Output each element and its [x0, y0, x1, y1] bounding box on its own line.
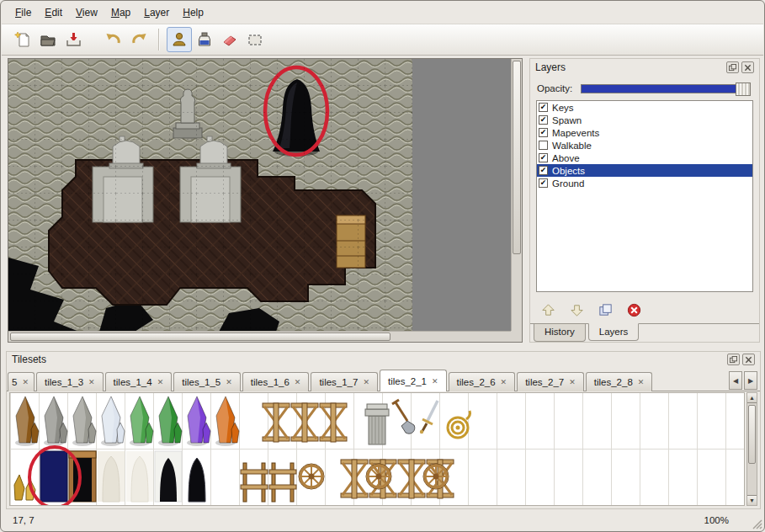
layers-float-button[interactable] [726, 61, 739, 73]
layer-checkbox[interactable]: ✔ [539, 103, 548, 112]
layer-name: Mapevents [552, 128, 599, 138]
tab-close-icon[interactable]: ✕ [157, 378, 164, 386]
tileset-scroll-up-button[interactable]: ▲ [747, 393, 757, 403]
tile-wagon-wheel[interactable] [299, 464, 324, 489]
tile-grid-overlay [8, 59, 412, 332]
layer-row-walkable[interactable]: ✔ Walkable [537, 139, 752, 152]
tileset-tab-tiles_1_7[interactable]: tiles_1_7 ✕ [311, 372, 378, 391]
new-map-button[interactable] [10, 27, 35, 52]
menubar: File Edit View Map Layer Help [4, 3, 761, 22]
layers-close-button[interactable] [741, 61, 754, 73]
layer-move-up-button[interactable] [538, 300, 558, 320]
tileset-tab-tiles_2_8[interactable]: tiles_2_8 ✕ [586, 372, 653, 391]
layer-checkbox[interactable]: ✔ [539, 115, 548, 125]
map-vscroll-thumb[interactable] [513, 61, 521, 254]
layer-checkbox[interactable]: ✔ [539, 128, 548, 137]
tile-pale-door-1[interactable] [98, 451, 125, 502]
tile-dark-arch-on-light[interactable] [155, 451, 182, 502]
tileset-tab-strip: 5 ✕ tiles_1_3 ✕ tiles_1_4 ✕ tiles_1_5 ✕ … [7, 367, 726, 391]
map-empty-area [412, 59, 512, 332]
float-icon [729, 64, 736, 72]
tab-scroll-left-button[interactable]: ◀ [729, 371, 742, 390]
select-tool-button[interactable] [242, 27, 268, 52]
tile-rail-wheel-2[interactable] [423, 464, 449, 489]
tile-rail-wheel-1[interactable] [366, 464, 391, 489]
layer-row-objects[interactable]: ✔ Objects [537, 164, 752, 177]
tilesets-float-button[interactable] [727, 354, 740, 365]
fill-bottle-icon [195, 30, 214, 49]
opacity-slider-handle[interactable] [736, 82, 751, 96]
tile-pale-door-2[interactable] [126, 451, 153, 502]
menu-file[interactable]: File [9, 4, 37, 21]
tileset-tab-tiles_2_1[interactable]: tiles_2_1 ✕ [380, 370, 447, 391]
redo-button[interactable] [126, 27, 151, 52]
tile-column-capital[interactable] [365, 404, 389, 444]
tab-layers[interactable]: Layers [588, 323, 640, 341]
tab-history[interactable]: History [534, 324, 586, 342]
tileset-tab-tiles_1_4[interactable]: tiles_1_4 ✕ [105, 372, 173, 391]
tilesets-close-button[interactable] [742, 354, 755, 365]
layer-checkbox[interactable]: ✔ [539, 141, 548, 150]
map-vertical-scrollbar[interactable] [511, 59, 522, 332]
tileset-tab-tiles_1_3[interactable]: tiles_1_3 ✕ [36, 372, 104, 391]
layer-row-above[interactable]: ✔ Above [537, 152, 752, 164]
tab-close-icon[interactable]: ✕ [226, 378, 232, 386]
tileset-tab-partial[interactable]: 5 ✕ [8, 372, 35, 391]
tab-close-icon[interactable]: ✕ [22, 378, 29, 386]
tab-close-icon[interactable]: ✕ [569, 378, 576, 386]
opacity-row: Opacity: [537, 82, 751, 95]
tileset-vertical-scrollbar[interactable]: ▲ ▼ [746, 392, 757, 506]
menu-layer[interactable]: Layer [138, 4, 175, 21]
stamp-person-icon [170, 30, 189, 49]
opacity-slider[interactable] [581, 84, 751, 93]
tab-close-icon[interactable]: ✕ [88, 378, 95, 386]
layer-row-keys[interactable]: ✔ Keys [537, 101, 752, 114]
layer-row-mapevents[interactable]: ✔ Mapevents [537, 126, 752, 139]
tileset-tab-tiles_2_6[interactable]: tiles_2_6 ✕ [449, 372, 516, 391]
tileset-canvas-wrap [9, 392, 745, 506]
layer-name: Above [552, 153, 580, 163]
layer-duplicate-button[interactable] [595, 300, 615, 320]
menu-help[interactable]: Help [177, 4, 210, 21]
tileset-vscroll-thumb[interactable] [748, 405, 756, 464]
menu-map[interactable]: Map [105, 4, 136, 21]
layer-delete-button[interactable] [624, 300, 644, 320]
tab-scroll-right-button[interactable]: ▶ [744, 371, 757, 390]
tileset-tab-tiles_1_5[interactable]: tiles_1_5 ✕ [173, 372, 241, 391]
layers-panel-title: Layers [535, 61, 724, 73]
menu-edit[interactable]: Edit [39, 4, 68, 21]
save-map-button[interactable] [61, 27, 86, 52]
layer-checkbox[interactable]: ✔ [539, 153, 548, 162]
tab-close-icon[interactable]: ✕ [501, 378, 507, 386]
map-hscroll-thumb[interactable] [10, 332, 390, 341]
toolbar-separator [158, 29, 160, 51]
layer-name: Objects [552, 166, 585, 176]
layer-actions [538, 300, 644, 320]
tab-close-icon[interactable]: ✕ [295, 378, 301, 386]
layer-move-down-button[interactable] [566, 300, 587, 320]
tile-navy-door-selected[interactable] [40, 451, 67, 502]
tab-close-icon[interactable]: ✕ [432, 377, 438, 386]
resize-grip[interactable] [751, 518, 762, 529]
map-horizontal-scrollbar[interactable] [8, 331, 512, 342]
eraser-tool-button[interactable] [217, 27, 242, 52]
layer-row-spawn[interactable]: ✔ Spawn [537, 114, 752, 126]
tab-close-icon[interactable]: ✕ [638, 378, 645, 386]
layer-row-ground[interactable]: ✔ Ground [537, 177, 752, 189]
tileset-canvas[interactable] [10, 393, 745, 506]
tileset-tab-tiles_2_7[interactable]: tiles_2_7 ✕ [517, 372, 584, 391]
fill-tool-button[interactable] [192, 27, 217, 52]
close-icon [745, 356, 752, 364]
tileset-tab-tiles_1_6[interactable]: tiles_1_6 ✕ [242, 372, 310, 391]
tileset-scroll-down-button[interactable]: ▼ [747, 495, 757, 505]
open-map-button[interactable] [35, 27, 61, 52]
stamp-tool-button[interactable] [167, 27, 192, 52]
menu-view[interactable]: View [70, 4, 104, 21]
layers-titlebar: Layers [530, 59, 759, 76]
layer-name: Keys [552, 103, 574, 113]
map-canvas[interactable] [8, 59, 512, 332]
layer-checkbox[interactable]: ✔ [539, 166, 548, 175]
tab-close-icon[interactable]: ✕ [363, 378, 369, 386]
layer-checkbox[interactable]: ✔ [539, 178, 548, 188]
undo-button[interactable] [101, 27, 126, 52]
